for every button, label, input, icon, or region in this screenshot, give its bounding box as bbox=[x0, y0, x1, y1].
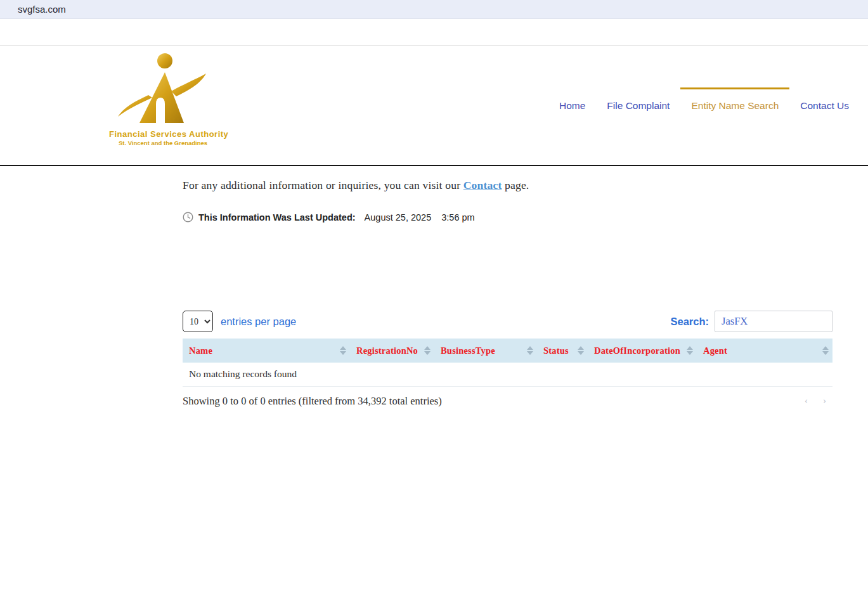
sort-icon[interactable] bbox=[340, 346, 346, 355]
last-updated-label: This Information Was Last Updated: bbox=[198, 212, 356, 223]
column-label: BusinessType bbox=[441, 345, 495, 356]
info-paragraph: For any additional information or inquir… bbox=[183, 179, 832, 192]
entity-table-body: No matching records found bbox=[183, 363, 832, 386]
browser-chrome-divider bbox=[0, 19, 868, 46]
search-control: Search: bbox=[670, 311, 832, 332]
entity-table-header: Name RegistrationNo BusinessType Status … bbox=[183, 339, 832, 363]
logo-title: Financial Services Authority bbox=[109, 129, 217, 139]
nav-item-investor-alerts[interactable]: Investor A bbox=[860, 87, 868, 112]
site-header: Financial Services Authority St. Vincent… bbox=[0, 46, 868, 166]
fsa-logo-icon bbox=[115, 52, 211, 128]
column-header-date-of-incorporation[interactable]: DateOfIncorporation bbox=[588, 339, 697, 363]
last-updated-row: This Information Was Last Updated: Augus… bbox=[183, 212, 832, 223]
entries-summary: Showing 0 to 0 of 0 entries (filtered fr… bbox=[183, 395, 442, 408]
column-label: Agent bbox=[703, 345, 727, 356]
clock-icon bbox=[183, 212, 193, 223]
sort-icon[interactable] bbox=[527, 346, 533, 355]
column-label: RegistrationNo bbox=[356, 345, 418, 356]
header-row: Name RegistrationNo BusinessType Status … bbox=[183, 339, 832, 363]
entries-per-page-label: entries per page bbox=[221, 316, 296, 328]
empty-message: No matching records found bbox=[183, 363, 832, 386]
empty-row: No matching records found bbox=[183, 363, 832, 386]
column-header-status[interactable]: Status bbox=[537, 339, 588, 363]
page-size-select[interactable]: 10 bbox=[183, 311, 213, 332]
column-header-registration-no[interactable]: RegistrationNo bbox=[350, 339, 434, 363]
column-header-business-type[interactable]: BusinessType bbox=[434, 339, 537, 363]
main-content: For any additional information or inquir… bbox=[0, 179, 832, 408]
sort-icon[interactable] bbox=[424, 346, 431, 355]
nav-item-entity-name-search[interactable]: Entity Name Search bbox=[680, 87, 789, 112]
last-updated-time: 3:56 pm bbox=[441, 212, 474, 223]
sort-icon[interactable] bbox=[578, 346, 584, 355]
sort-icon[interactable] bbox=[822, 346, 829, 355]
nav-item-contact-us[interactable]: Contact Us bbox=[789, 87, 860, 112]
browser-tab-title: svgfsa.com bbox=[18, 4, 66, 15]
last-updated-date: August 25, 2025 bbox=[365, 212, 432, 223]
table-summary-row: Showing 0 to 0 of 0 entries (filtered fr… bbox=[183, 395, 832, 408]
browser-topbar: svgfsa.com bbox=[0, 0, 868, 19]
column-header-agent[interactable]: Agent bbox=[697, 339, 832, 363]
search-input[interactable] bbox=[715, 311, 832, 332]
search-label: Search: bbox=[670, 316, 709, 328]
table-controls-row: 10 entries per page Search: bbox=[183, 311, 832, 332]
info-text-after: page. bbox=[505, 179, 529, 191]
nav-item-file-complaint[interactable]: File Complaint bbox=[596, 87, 680, 112]
column-header-name[interactable]: Name bbox=[183, 339, 350, 363]
column-label: Status bbox=[543, 345, 569, 356]
previous-page-arrow[interactable]: ‹ bbox=[805, 396, 808, 406]
info-text-before: For any additional information or inquir… bbox=[183, 179, 460, 191]
sort-icon[interactable] bbox=[687, 346, 693, 355]
page-size-control: 10 entries per page bbox=[183, 311, 296, 332]
column-label: DateOfIncorporation bbox=[594, 345, 680, 356]
logo-subtitle: St. Vincent and the Grenadines bbox=[109, 139, 217, 146]
nav-item-home[interactable]: Home bbox=[548, 87, 596, 112]
next-page-arrow[interactable]: › bbox=[823, 396, 826, 406]
column-label: Name bbox=[189, 345, 212, 356]
pagination: ‹ › bbox=[805, 396, 832, 406]
entity-table: Name RegistrationNo BusinessType Status … bbox=[183, 339, 832, 387]
fsa-logo[interactable]: Financial Services Authority St. Vincent… bbox=[109, 52, 217, 146]
main-nav: Home File Complaint Entity Name Search C… bbox=[548, 87, 868, 112]
contact-link[interactable]: Contact bbox=[463, 179, 502, 191]
